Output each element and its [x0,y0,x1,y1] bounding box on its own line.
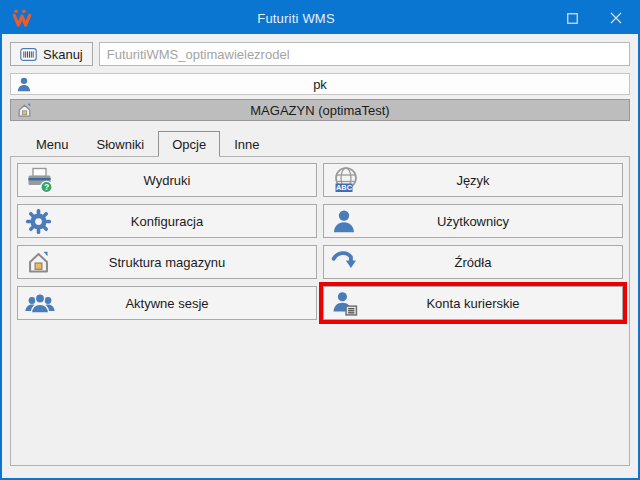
scan-button-label: Skanuj [43,47,83,62]
user-list-icon [331,290,358,317]
tab-strip: Menu Słowniki Opcje Inne [10,131,630,156]
user-icon [331,208,357,235]
home-icon [25,249,52,276]
grid-button-konfiguracja[interactable]: Konfiguracja [17,204,317,238]
app-window: Futuriti WMS Skanuj [0,0,640,480]
users-icon [25,290,55,317]
grid-button-konta-kurierskie[interactable]: Konta kurierskie [323,286,623,320]
grid-button-zrodla[interactable]: Źródła [323,245,623,279]
options-panel: ? Wydruki ABC Język [10,156,630,466]
globe-abc-icon: ABC [331,166,361,194]
grid-button-label: Wydruki [18,173,316,188]
barcode-icon [20,48,37,61]
grid-button-jezyk[interactable]: ABC Język [323,163,623,197]
scan-toolbar: Skanuj [10,42,630,66]
tab-inne[interactable]: Inne [220,133,273,156]
grid-button-label: Konta kurierskie [324,296,622,311]
user-bar[interactable]: pk [10,73,630,95]
grid-button-aktywne-sesje[interactable]: Aktywne sesje [17,286,317,320]
tab-opcje[interactable]: Opcje [158,131,220,157]
svg-text:ABC: ABC [336,183,353,192]
close-button[interactable] [594,2,638,34]
grid-button-struktura-magazynu[interactable]: Struktura magazynu [17,245,317,279]
tab-menu[interactable]: Menu [22,133,83,156]
app-logo-icon [2,8,42,28]
grid-button-label: Struktura magazynu [18,255,316,270]
tab-slowniki[interactable]: Słowniki [83,133,159,156]
maximize-button[interactable] [550,2,594,34]
gear-icon [25,208,52,235]
grid-button-label: Źródła [324,255,622,270]
user-bar-label: pk [11,77,629,92]
warehouse-bar-label: MAGAZYN (optimaTest) [11,103,629,118]
grid-button-label: Język [324,173,622,188]
svg-text:?: ? [44,182,49,192]
window-title: Futuriti WMS [42,11,550,26]
warehouse-bar[interactable]: MAGAZYN (optimaTest) [10,99,630,121]
title-bar: Futuriti WMS [2,2,638,34]
scan-button[interactable]: Skanuj [10,42,93,66]
scan-input[interactable] [99,42,630,66]
curved-arrow-icon [331,249,359,275]
printer-icon: ? [25,167,55,194]
grid-button-label: Użytkownicy [324,214,622,229]
grid-button-label: Konfiguracja [18,214,316,229]
grid-button-uzytkownicy[interactable]: Użytkownicy [323,204,623,238]
grid-button-label: Aktywne sesje [18,296,316,311]
grid-button-wydruki[interactable]: ? Wydruki [17,163,317,197]
